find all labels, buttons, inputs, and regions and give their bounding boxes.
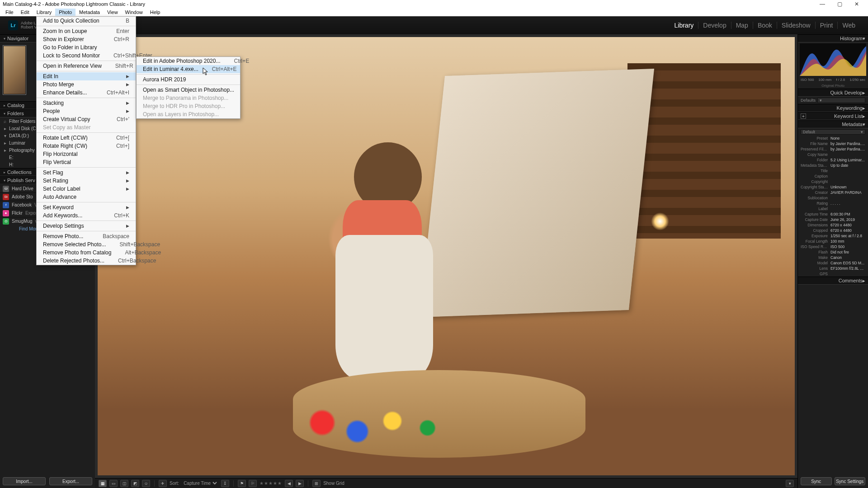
sort-dropdown[interactable]: Capture Time [182, 480, 218, 486]
sync-settings-button[interactable]: Sync Settings [835, 477, 866, 485]
menu-item[interactable]: Create Virtual CopyCtrl+' [37, 115, 136, 123]
metadata-row[interactable]: CreatorJAVIER PARDINA [798, 190, 868, 195]
metadata-row[interactable]: Copyright StatusUnknown [798, 184, 868, 190]
menu-item[interactable]: Set Color Label▶ [37, 185, 136, 193]
people-view-icon[interactable]: ☺ [142, 480, 150, 487]
module-develop[interactable]: Develop [698, 22, 731, 29]
menu-file[interactable]: File [2, 9, 17, 16]
metadata-row[interactable]: File Nameby Javier Pardina.CR2 [798, 141, 868, 146]
menu-item[interactable]: Zoom In on LoupeEnter [37, 27, 136, 35]
menu-item[interactable]: Open in Reference ViewShift+R [37, 62, 136, 70]
menu-item[interactable]: Delete Rejected Photos...Ctrl+Backspace [37, 257, 136, 265]
nav-prev-icon[interactable]: ◀ [285, 480, 293, 487]
menu-item[interactable]: Develop Settings▶ [37, 222, 136, 230]
flag-pick-icon[interactable]: ⚑ [238, 480, 246, 487]
sort-direction-icon[interactable]: ↧ [221, 480, 229, 487]
menu-view[interactable]: View [104, 9, 122, 16]
metadata-row[interactable]: ISO Speed RatingISO 500 [798, 244, 868, 249]
menu-item[interactable]: Set Keyword▶ [37, 203, 136, 211]
menu-item[interactable]: Open as Smart Object in Photoshop... [137, 86, 240, 94]
menu-item[interactable]: Auto Advance [37, 193, 136, 201]
menu-item[interactable]: Rotate Right (CW)Ctrl+] [37, 142, 136, 150]
menu-item[interactable]: Go to Folder in Library [37, 43, 136, 52]
edit-in-submenu[interactable]: Edit in Adobe Photoshop 2020...Ctrl+EEdi… [136, 56, 241, 119]
compare-view-icon[interactable]: ◫ [120, 480, 128, 487]
painter-tool-icon[interactable]: ✈ [159, 480, 167, 487]
menu-item[interactable]: Remove Photo from CatalogAlt+Backspace [37, 249, 136, 257]
menu-item[interactable]: Aurora HDR 2019 [137, 75, 240, 84]
menu-metadata[interactable]: Metadata [75, 9, 104, 16]
metadata-row[interactable]: GPS [798, 271, 868, 277]
menubar[interactable]: FileEditLibraryPhotoMetadataViewWindowHe… [0, 8, 868, 16]
thumb-size-icon[interactable]: ⊞ [312, 480, 321, 487]
quick-develop-header[interactable]: Quick Develop▸ [798, 89, 868, 97]
menu-item[interactable]: Remove Selected Photo...Shift+Backspace [37, 240, 136, 249]
menu-item[interactable]: Edit in Adobe Photoshop 2020...Ctrl+E [137, 57, 240, 65]
import-button[interactable]: Import... [3, 477, 46, 485]
metadata-row[interactable]: Dimensions6720 x 4480 [798, 222, 868, 228]
toolbar-menu-icon[interactable]: ▾ [786, 480, 794, 487]
export-button[interactable]: Export... [49, 477, 92, 485]
loupe-view-icon[interactable]: ▭ [109, 480, 118, 487]
metadata-row[interactable]: LensEF100mm f/2.8L M... [798, 266, 868, 271]
menu-help[interactable]: Help [146, 9, 164, 16]
window-minimize-icon[interactable]: — [814, 1, 831, 7]
comments-header[interactable]: Comments▸ [798, 277, 868, 285]
menu-item[interactable]: Stacking▶ [37, 99, 136, 107]
module-web[interactable]: Web [838, 22, 860, 29]
keyword-list-header[interactable]: +Keyword List▸ [798, 112, 868, 120]
grid-view-icon[interactable]: ▦ [99, 480, 107, 487]
add-keyword-icon[interactable]: + [801, 113, 806, 119]
keywording-header[interactable]: Keywording▸ [798, 104, 868, 112]
window-close-icon[interactable]: ✕ [848, 1, 865, 7]
menu-item[interactable]: Rotate Left (CCW)Ctrl+[ [37, 134, 136, 142]
metadata-row[interactable]: MakeCanon [798, 255, 868, 260]
metadata-row[interactable]: Sublocation [798, 195, 868, 201]
menu-item[interactable]: Set Rating▶ [37, 177, 136, 185]
histogram-header[interactable]: Histogram▾ [798, 34, 868, 42]
menu-item[interactable]: Lock to Second MonitorCtrl+Shift+Enter [37, 52, 136, 60]
menu-item[interactable]: Edit In▶ [37, 72, 136, 80]
metadata-row[interactable]: Rating. . . . . [798, 201, 868, 206]
module-tabs[interactable]: LibraryDevelopMapBookSlideshowPrintWeb [670, 22, 860, 29]
menu-library[interactable]: Library [33, 9, 56, 16]
menu-edit[interactable]: Edit [17, 9, 33, 16]
photo-menu[interactable]: Add to Quick CollectionBZoom In on Loupe… [36, 16, 136, 265]
menu-item[interactable]: Photo Merge▶ [37, 80, 136, 89]
module-slideshow[interactable]: Slideshow [777, 22, 816, 29]
survey-view-icon[interactable]: ◩ [131, 480, 139, 487]
metadata-row[interactable]: ModelCanon EOS 5D M... [798, 260, 868, 266]
sync-button[interactable]: Sync [801, 477, 832, 485]
menu-window[interactable]: Window [122, 9, 146, 16]
menu-item[interactable]: People▶ [37, 107, 136, 115]
metadata-row[interactable]: Metadata StatusUp to date [798, 163, 868, 168]
show-grid-label[interactable]: Show Grid [323, 481, 344, 486]
metadata-row[interactable]: Title [798, 168, 868, 174]
flag-reject-icon[interactable]: ⚐ [249, 480, 257, 487]
module-print[interactable]: Print [816, 22, 838, 29]
metadata-row[interactable]: FlashDid not fire [798, 249, 868, 255]
nav-next-icon[interactable]: ▶ [296, 480, 304, 487]
menu-photo[interactable]: Photo [55, 9, 75, 16]
menu-item[interactable]: Add Keywords...Ctrl+K [37, 211, 136, 220]
metadata-row[interactable]: Focal Length100 mm [798, 239, 868, 244]
menu-item[interactable]: Flip Vertical [37, 158, 136, 166]
metadata-row[interactable]: Capture DateJune 26, 2019 [798, 217, 868, 222]
menu-item[interactable]: Flip Horizontal [37, 150, 136, 158]
module-library[interactable]: Library [670, 22, 699, 29]
metadata-header[interactable]: Metadata▾ [798, 120, 868, 128]
module-book[interactable]: Book [753, 22, 777, 29]
metadata-row[interactable]: Copyright [798, 179, 868, 184]
metadata-row[interactable]: Copy Name [798, 152, 868, 157]
menu-item[interactable]: Add to Quick CollectionB [37, 17, 136, 25]
metadata-row[interactable]: PresetNone [798, 136, 868, 141]
metadata-row[interactable]: Capture Time6:00:30 PM [798, 211, 868, 217]
menu-item[interactable]: Show in ExplorerCtrl+R [37, 35, 136, 43]
menu-item[interactable]: Remove Photo...Backspace [37, 232, 136, 240]
menu-item[interactable]: Set Flag▶ [37, 169, 136, 177]
menu-item[interactable]: Enhance Details...Ctrl+Alt+I [37, 89, 136, 97]
metadata-row[interactable]: Caption [798, 174, 868, 179]
metadata-row[interactable]: Exposure1/250 sec at f / 2.8 [798, 233, 868, 239]
metadata-set-dropdown[interactable]: Default▾ [801, 129, 865, 135]
metadata-row[interactable]: Folder5.2 Using Luminar... [798, 157, 868, 163]
